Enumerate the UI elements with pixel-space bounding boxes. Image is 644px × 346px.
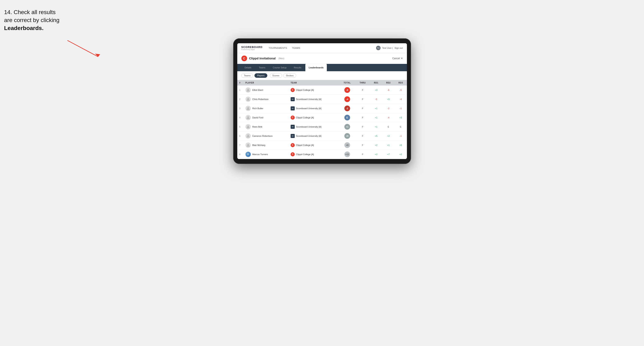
cell-thru: F [355, 113, 370, 122]
filter-players[interactable]: Players [254, 73, 267, 78]
score-badge: +9 [344, 142, 350, 148]
cell-rd2: -6 [382, 86, 394, 95]
col-thru: THRU [355, 80, 370, 86]
cell-rd1: +1 [370, 122, 382, 131]
nav-right: TU Test User | Sign out [376, 46, 403, 50]
cell-player: Rees Britt [244, 122, 288, 131]
sign-out-link[interactable]: Sign out [394, 47, 403, 49]
col-total: TOTAL [339, 80, 355, 86]
player-name: Elliot Ebert [252, 89, 263, 91]
svg-point-2 [247, 89, 249, 90]
team-name: Scoreboard University [A] [296, 107, 322, 110]
rd2-value: +7 [387, 153, 390, 156]
rd3-value: E [400, 126, 402, 128]
cell-team: CClippd College [A] [288, 141, 339, 150]
instruction-block: 14. Check all results are correct by cli… [4, 8, 86, 32]
player-name: David Ford [252, 116, 264, 119]
cell-rank: 5 [237, 122, 244, 131]
filter-scores[interactable]: Scores [270, 73, 282, 78]
nav-teams[interactable]: TEAMS [292, 46, 300, 50]
cell-rd3: -4 [394, 95, 407, 104]
cell-team: SUScoreboard University [A] [288, 122, 339, 131]
rd3-value: -1 [400, 107, 402, 110]
rd1-value: +1 [375, 126, 378, 128]
team-logo-su: SU [291, 134, 295, 138]
cell-rd2: +7 [382, 150, 394, 159]
svg-marker-1 [95, 54, 100, 57]
tab-results[interactable]: Results [291, 64, 305, 71]
filter-strokes[interactable]: Strokes [283, 73, 296, 78]
rd2-value: -6 [387, 89, 389, 91]
cell-total: +11 [339, 150, 355, 159]
tab-teams[interactable]: Teams [256, 64, 268, 71]
cell-thru: F [355, 141, 370, 150]
cell-player: Cameron Robertson [244, 131, 288, 141]
cancel-button[interactable]: Cancel ✕ [392, 57, 403, 60]
rd1-value: -5 [375, 98, 377, 100]
tournament-name: Clippd Invitational [249, 57, 276, 60]
cell-rank: 8 [237, 150, 244, 159]
table-row: 2Chris RobertsonSUScoreboard University … [237, 95, 407, 104]
score-badge: -8 [344, 87, 350, 93]
cell-rd1: +2 [370, 150, 382, 159]
team-logo-c: C [291, 152, 295, 156]
col-team: TEAM [288, 80, 339, 86]
cell-thru: F [355, 95, 370, 104]
cell-rd3: -1 [394, 131, 407, 141]
cell-rd2: +5 [382, 95, 394, 104]
team-name: Clippd College [A] [296, 153, 314, 156]
cell-rd1: +1 [370, 104, 382, 113]
cell-total: +9 [339, 141, 355, 150]
cell-total: +6 [339, 131, 355, 141]
cell-total: -8 [339, 86, 355, 95]
team-name: Scoreboard University [A] [296, 126, 322, 128]
tablet-device: SCOREBOARD Powered by clippd TOURNAMENTS… [233, 38, 411, 164]
col-rank: # [237, 80, 244, 86]
svg-point-5 [247, 116, 249, 118]
table-row: 8MMarcus TurnersCClippd College [A]+11F+… [237, 150, 407, 159]
player-avatar: M [246, 152, 251, 157]
logo-sub: Powered by clippd [241, 49, 263, 50]
player-avatar [246, 97, 251, 102]
cell-player: Elliot Ebert [244, 86, 288, 95]
tab-leaderboards[interactable]: Leaderboards [305, 64, 327, 71]
rd3-value: +6 [399, 144, 402, 146]
score-badge: -2 [344, 106, 350, 111]
col-rd1: RD1 [370, 80, 382, 86]
cell-rank: 7 [237, 141, 244, 150]
svg-point-6 [247, 125, 249, 127]
team-logo-su: SU [291, 125, 295, 129]
tournament-header: C Clippd Invitational (Men) Cancel ✕ [237, 53, 407, 64]
nav-bar: SCOREBOARD Powered by clippd TOURNAMENTS… [237, 43, 407, 53]
filter-teams[interactable]: Teams [241, 73, 253, 78]
table-row: 6Cameron RobertsonSUScoreboard Universit… [237, 131, 407, 141]
svg-point-3 [247, 98, 249, 99]
cell-rd1: +1 [370, 113, 382, 122]
cell-rd3: -1 [394, 104, 407, 113]
nav-tournaments[interactable]: TOURNAMENTS [268, 46, 287, 50]
device-wrapper: SCOREBOARD Powered by clippd TOURNAMENTS… [4, 38, 640, 164]
score-badge: -4 [344, 96, 350, 102]
rd3-value: -1 [400, 135, 402, 137]
rd2-value: +1 [387, 144, 390, 146]
player-avatar [246, 87, 251, 93]
tab-course-setup[interactable]: Course Setup [270, 64, 290, 71]
cell-rd3: +2 [394, 150, 407, 159]
tab-bar: Details Teams Course Setup Results Leade… [237, 64, 407, 71]
team-logo-su: SU [291, 97, 295, 101]
rd2-value: E [388, 126, 389, 128]
rd1-value: +2 [375, 144, 378, 146]
cell-rd1: +5 [370, 131, 382, 141]
rd3-value: -4 [400, 98, 402, 100]
score-badge: E [344, 115, 350, 120]
nav-links: TOURNAMENTS TEAMS [268, 46, 376, 50]
tab-details[interactable]: Details [241, 64, 255, 71]
rd2-value: -4 [387, 116, 389, 119]
filter-bar: Teams Players Scores Strokes [237, 71, 407, 80]
table-row: 1Elliot EbertCClippd College [A]-8F+3-6-… [237, 86, 407, 95]
table-header-row: # PLAYER TEAM TOTAL THRU RD1 RD2 RD3 [237, 80, 407, 86]
cell-thru: F [355, 150, 370, 159]
leaderboard-table-wrapper: # PLAYER TEAM TOTAL THRU RD1 RD2 RD3 1El… [237, 80, 407, 159]
cell-rank: 3 [237, 104, 244, 113]
table-row: 5Rees BrittSUScoreboard University [A]+1… [237, 122, 407, 131]
